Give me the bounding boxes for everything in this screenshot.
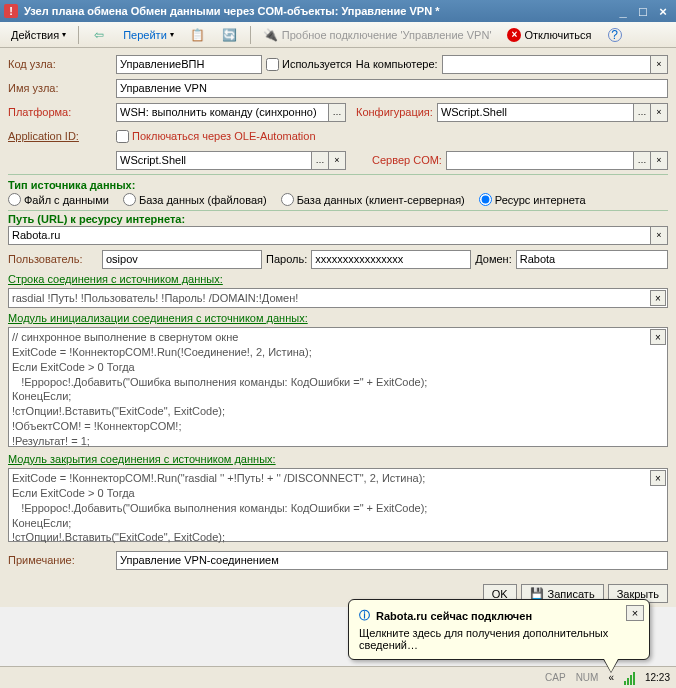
connstr-input[interactable]: rasdial !Путь! !Пользователь! !Пароль! /… <box>8 288 668 308</box>
app-icon: ! <box>4 4 18 18</box>
comserver-label: Сервер COM: <box>372 154 442 166</box>
balloon-tooltip[interactable]: × ⓘRabota.ru сейчас подключен Щелкните з… <box>348 599 650 660</box>
balloon-body: Щелкните здесь для получения дополнитель… <box>359 627 639 651</box>
clock: 12:23 <box>645 672 670 683</box>
init-textarea[interactable]: // синхронное выполнение в свернутом окн… <box>8 327 668 447</box>
ole-checkbox[interactable]: Поключаться через OLE-Automation <box>116 130 316 143</box>
help-button[interactable]: ? <box>601 25 629 45</box>
appid-link[interactable]: Application ID: <box>8 130 112 142</box>
comserver-input[interactable]: …× <box>446 151 668 170</box>
toolbar: Действия ▾ ⇦ Перейти ▾ 📋 🔄 🔌Пробное подк… <box>0 22 676 48</box>
code-label: Код узла: <box>8 58 112 70</box>
srctype-label: Тип источника данных: <box>8 179 668 191</box>
used-checkbox[interactable]: Используется <box>266 58 352 71</box>
radio-db-cs[interactable]: База данных (клиент-серверная) <box>281 193 465 206</box>
balloon-close-button[interactable]: × <box>626 605 644 621</box>
disconnect-icon: × <box>507 28 521 42</box>
user-input[interactable] <box>102 250 262 269</box>
connstr-label: Строка соединения с источником данных: <box>8 273 668 285</box>
domain-input[interactable] <box>516 250 668 269</box>
num-indicator: NUM <box>576 672 599 683</box>
goto-menu[interactable]: Перейти ▾ <box>116 26 181 44</box>
close-label: Модуль закрытия соединения с источником … <box>8 453 668 465</box>
nav-prev-icon[interactable]: ⇦ <box>84 24 114 46</box>
info-icon: ⓘ <box>359 608 370 623</box>
ellipsis-icon[interactable]: … <box>633 104 650 121</box>
appid-input[interactable]: …× <box>116 151 346 170</box>
statusbar: CAP NUM « 12:23 <box>0 666 676 688</box>
radio-db-file[interactable]: База данных (файловая) <box>123 193 267 206</box>
user-label: Пользователь: <box>8 253 98 265</box>
tool-icon-1[interactable]: 📋 <box>183 24 213 46</box>
ellipsis-icon[interactable]: … <box>633 152 650 169</box>
ellipsis-icon[interactable]: … <box>311 152 328 169</box>
clear-icon[interactable]: × <box>650 329 666 345</box>
note-input[interactable] <box>116 551 668 570</box>
srctype-radiogroup: Файл с данными База данных (файловая) Ба… <box>8 193 668 206</box>
platform-input[interactable]: … <box>116 103 346 122</box>
ellipsis-icon[interactable]: … <box>328 104 345 121</box>
test-connection-button[interactable]: 🔌Пробное подключение 'Управление VPN' <box>256 24 499 46</box>
pass-input[interactable] <box>311 250 471 269</box>
name-label: Имя узла: <box>8 82 112 94</box>
close-window-button[interactable]: × <box>654 4 672 18</box>
url-input[interactable]: × <box>8 226 668 245</box>
note-label: Примечание: <box>8 554 112 566</box>
radio-internet[interactable]: Ресурс интернета <box>479 193 586 206</box>
name-input[interactable] <box>116 79 668 98</box>
init-label: Модуль инициализации соединения с источн… <box>8 312 668 324</box>
clear-icon[interactable]: × <box>650 104 667 121</box>
code-input[interactable] <box>116 55 262 74</box>
clear-icon[interactable]: × <box>650 290 666 306</box>
close-textarea[interactable]: ExitCode = !КоннекторCOM!.Run("rasdial '… <box>8 468 668 542</box>
clear-icon[interactable]: × <box>650 470 666 486</box>
domain-label: Домен: <box>475 253 512 265</box>
pass-label: Пароль: <box>266 253 307 265</box>
balloon-title: Rabota.ru сейчас подключен <box>376 610 532 622</box>
titlebar: ! Узел плана обмена Обмен данными через … <box>0 0 676 22</box>
platform-label: Платформа: <box>8 106 112 118</box>
actions-menu[interactable]: Действия ▾ <box>4 26 73 44</box>
tray-expand-icon[interactable]: « <box>608 672 614 683</box>
disconnect-button[interactable]: ×Отключиться <box>500 25 598 45</box>
clear-icon[interactable]: × <box>650 227 667 244</box>
tool-icon-2[interactable]: 🔄 <box>215 24 245 46</box>
computer-label: На компьютере: <box>356 58 438 70</box>
clear-icon[interactable]: × <box>650 152 667 169</box>
radio-file[interactable]: Файл с данными <box>8 193 109 206</box>
computer-input[interactable]: × <box>442 55 668 74</box>
minimize-button[interactable]: _ <box>614 4 632 18</box>
clear-icon[interactable]: × <box>328 152 345 169</box>
config-input[interactable]: …× <box>437 103 668 122</box>
form-content: Код узла: Используется На компьютере: × … <box>0 48 676 580</box>
window-title: Узел плана обмена Обмен данными через CO… <box>24 5 612 17</box>
clear-icon[interactable]: × <box>650 56 667 73</box>
signal-icon[interactable] <box>624 671 635 685</box>
maximize-button[interactable]: □ <box>634 4 652 18</box>
cap-indicator: CAP <box>545 672 566 683</box>
config-label: Конфигурация: <box>356 106 433 118</box>
url-label: Путь (URL) к ресурсу интернета: <box>8 213 668 225</box>
